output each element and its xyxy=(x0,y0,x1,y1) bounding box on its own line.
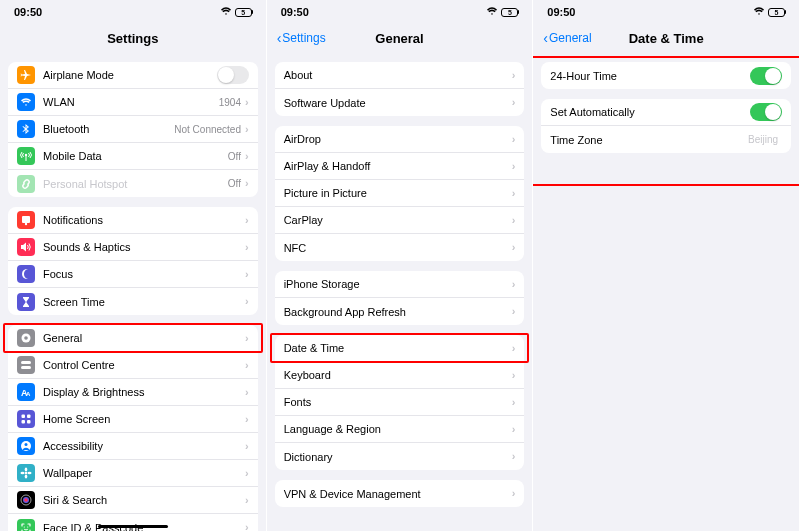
row-focus[interactable]: Focus› xyxy=(8,261,258,288)
row-auto[interactable]: Set Automatically xyxy=(541,99,791,126)
row-keyboard[interactable]: Keyboard› xyxy=(275,362,525,389)
back-button[interactable]: ‹ Settings xyxy=(277,30,326,46)
row-hotspot[interactable]: Personal HotspotOff› xyxy=(8,170,258,197)
row-label: CarPlay xyxy=(284,214,512,226)
row-label: AirDrop xyxy=(284,133,512,145)
svg-rect-13 xyxy=(27,420,31,424)
row-label: Set Automatically xyxy=(550,106,750,118)
svg-rect-10 xyxy=(22,415,26,419)
row-value: Off xyxy=(228,151,241,162)
back-button[interactable]: ‹ General xyxy=(543,30,591,46)
row-airplane[interactable]: Airplane Mode xyxy=(8,62,258,89)
row-tz[interactable]: Time ZoneBeijing xyxy=(541,126,791,153)
chevron-right-icon: › xyxy=(245,178,249,189)
row-label: Date & Time xyxy=(284,342,512,354)
svg-rect-6 xyxy=(21,361,31,364)
settings-group: Set AutomaticallyTime ZoneBeijing xyxy=(541,99,791,153)
row-bluetooth[interactable]: BluetoothNot Connected› xyxy=(8,116,258,143)
row-faceid[interactable]: Face ID & Passcode› xyxy=(8,514,258,531)
speaker-icon xyxy=(17,238,35,256)
row-label: 24-Hour Time xyxy=(550,70,750,82)
row-label: Siri & Search xyxy=(43,494,245,506)
row-airdrop[interactable]: AirDrop› xyxy=(275,126,525,153)
content: 24-Hour TimeSet AutomaticallyTime ZoneBe… xyxy=(533,52,799,531)
chevron-right-icon: › xyxy=(245,124,249,135)
row-sounds[interactable]: Sounds & Haptics› xyxy=(8,234,258,261)
chevron-right-icon: › xyxy=(245,333,249,344)
settings-group: Date & Time›Keyboard›Fonts›Language & Re… xyxy=(275,335,525,470)
chevron-left-icon: ‹ xyxy=(277,30,282,46)
row-control-centre[interactable]: Control Centre› xyxy=(8,352,258,379)
row-label: Display & Brightness xyxy=(43,386,245,398)
row-24h[interactable]: 24-Hour Time xyxy=(541,62,791,89)
row-wlan[interactable]: WLAN1904› xyxy=(8,89,258,116)
back-label: Settings xyxy=(282,31,325,45)
status-time: 09:50 xyxy=(281,6,309,18)
battery-icon: 5 xyxy=(501,8,518,17)
row-software-update[interactable]: Software Update› xyxy=(275,89,525,116)
row-label: NFC xyxy=(284,242,512,254)
svg-point-19 xyxy=(21,472,25,475)
chevron-right-icon: › xyxy=(245,269,249,280)
row-notifications[interactable]: Notifications› xyxy=(8,207,258,234)
text-icon: AA xyxy=(17,383,35,401)
row-label: AirPlay & Handoff xyxy=(284,160,512,172)
row-carplay[interactable]: CarPlay› xyxy=(275,207,525,234)
row-nfc[interactable]: NFC› xyxy=(275,234,525,261)
row-accessibility[interactable]: Accessibility› xyxy=(8,433,258,460)
chevron-right-icon: › xyxy=(512,188,516,199)
svg-point-25 xyxy=(27,526,28,527)
chevron-right-icon: › xyxy=(512,343,516,354)
row-airplay[interactable]: AirPlay & Handoff› xyxy=(275,153,525,180)
row-screentime[interactable]: Screen Time› xyxy=(8,288,258,315)
content: Airplane ModeWLAN1904›BluetoothNot Conne… xyxy=(0,52,266,531)
toggle[interactable] xyxy=(217,66,249,84)
row-label: Control Centre xyxy=(43,359,245,371)
chevron-right-icon: › xyxy=(245,387,249,398)
row-bg-refresh[interactable]: Background App Refresh› xyxy=(275,298,525,325)
row-siri[interactable]: Siri & Search› xyxy=(8,487,258,514)
screen-settings: 09:50 5 Settings Airplane ModeWLAN1904›B… xyxy=(0,0,267,531)
row-lang[interactable]: Language & Region› xyxy=(275,416,525,443)
wifi-icon xyxy=(486,6,498,18)
battery-icon: 5 xyxy=(235,8,252,17)
toggle[interactable] xyxy=(750,67,782,85)
row-label: Keyboard xyxy=(284,369,512,381)
status-time: 09:50 xyxy=(14,6,42,18)
screen-date-time: 09:50 5 ‹ General Date & Time 24-Hour Ti… xyxy=(533,0,800,531)
row-fonts[interactable]: Fonts› xyxy=(275,389,525,416)
row-about[interactable]: About› xyxy=(275,62,525,89)
row-label: General xyxy=(43,332,245,344)
person-icon xyxy=(17,437,35,455)
row-label: Wallpaper xyxy=(43,467,245,479)
svg-point-5 xyxy=(24,336,28,340)
row-vpn[interactable]: VPN & Device Management› xyxy=(275,480,525,507)
status-bar: 09:50 5 xyxy=(0,0,266,24)
screen-general: 09:50 5 ‹ Settings General About›Softwar… xyxy=(267,0,534,531)
toggle[interactable] xyxy=(750,103,782,121)
row-label: Software Update xyxy=(284,97,512,109)
row-label: Sounds & Haptics xyxy=(43,241,245,253)
settings-group: iPhone Storage›Background App Refresh› xyxy=(275,271,525,325)
row-label: Notifications xyxy=(43,214,245,226)
row-label: Bluetooth xyxy=(43,123,174,135)
row-storage[interactable]: iPhone Storage› xyxy=(275,271,525,298)
siri-icon xyxy=(17,491,35,509)
settings-group: Notifications›Sounds & Haptics›Focus›Scr… xyxy=(8,207,258,315)
row-display[interactable]: AADisplay & Brightness› xyxy=(8,379,258,406)
row-home-screen[interactable]: Home Screen› xyxy=(8,406,258,433)
row-dictionary[interactable]: Dictionary› xyxy=(275,443,525,470)
settings-group: AirDrop›AirPlay & Handoff›Picture in Pic… xyxy=(275,126,525,261)
row-general[interactable]: General› xyxy=(8,325,258,352)
row-mobile-data[interactable]: Mobile DataOff› xyxy=(8,143,258,170)
moon-icon xyxy=(17,265,35,283)
page-title: Settings xyxy=(0,31,266,46)
row-date-time[interactable]: Date & Time› xyxy=(275,335,525,362)
chevron-right-icon: › xyxy=(245,242,249,253)
chevron-right-icon: › xyxy=(245,151,249,162)
row-pip[interactable]: Picture in Picture› xyxy=(275,180,525,207)
svg-point-23 xyxy=(24,498,28,502)
row-label: Accessibility xyxy=(43,440,245,452)
row-label: Focus xyxy=(43,268,245,280)
row-wallpaper[interactable]: Wallpaper› xyxy=(8,460,258,487)
